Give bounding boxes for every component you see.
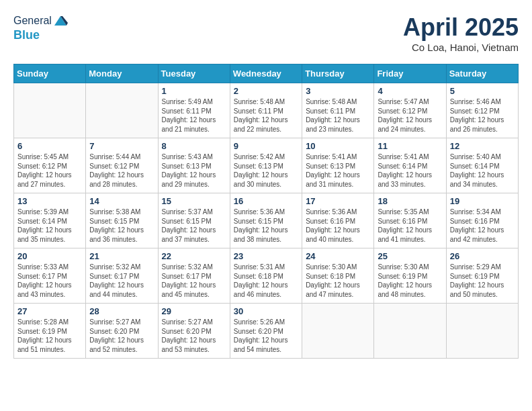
- calendar-day-cell: 9Sunrise: 5:42 AM Sunset: 6:13 PM Daylig…: [230, 138, 302, 193]
- calendar-day-cell: [86, 83, 158, 138]
- calendar-day-cell: 1Sunrise: 5:49 AM Sunset: 6:11 PM Daylig…: [158, 83, 230, 138]
- day-info: Sunrise: 5:26 AM Sunset: 6:20 PM Dayligh…: [234, 318, 298, 354]
- day-number: 25: [378, 251, 442, 261]
- day-of-week-header: Monday: [86, 64, 158, 83]
- day-info: Sunrise: 5:27 AM Sunset: 6:20 PM Dayligh…: [89, 318, 154, 354]
- day-number: 27: [17, 306, 82, 316]
- calendar-day-cell: 29Sunrise: 5:27 AM Sunset: 6:20 PM Dayli…: [158, 304, 230, 359]
- calendar-day-cell: [374, 304, 446, 359]
- day-number: 16: [234, 196, 298, 206]
- day-info: Sunrise: 5:41 AM Sunset: 6:14 PM Dayligh…: [378, 152, 442, 189]
- calendar-day-cell: 30Sunrise: 5:26 AM Sunset: 6:20 PM Dayli…: [230, 304, 302, 359]
- calendar-day-cell: 14Sunrise: 5:38 AM Sunset: 6:15 PM Dayli…: [86, 193, 158, 248]
- calendar-week-row: 6Sunrise: 5:45 AM Sunset: 6:12 PM Daylig…: [14, 138, 519, 193]
- calendar-week-row: 13Sunrise: 5:39 AM Sunset: 6:14 PM Dayli…: [14, 193, 519, 248]
- calendar-day-cell: 24Sunrise: 5:30 AM Sunset: 6:18 PM Dayli…: [302, 248, 374, 304]
- day-number: 23: [234, 251, 298, 261]
- calendar-table: SundayMondayTuesdayWednesdayThursdayFrid…: [13, 64, 519, 359]
- calendar-day-cell: 12Sunrise: 5:40 AM Sunset: 6:14 PM Dayli…: [446, 138, 518, 193]
- calendar-day-cell: 19Sunrise: 5:34 AM Sunset: 6:16 PM Dayli…: [446, 193, 518, 248]
- day-of-week-header: Friday: [374, 64, 446, 83]
- day-info: Sunrise: 5:48 AM Sunset: 6:11 PM Dayligh…: [234, 97, 298, 134]
- calendar-day-cell: 22Sunrise: 5:32 AM Sunset: 6:17 PM Dayli…: [158, 248, 230, 304]
- calendar-day-cell: 3Sunrise: 5:48 AM Sunset: 6:11 PM Daylig…: [302, 83, 374, 138]
- calendar-day-cell: 18Sunrise: 5:35 AM Sunset: 6:16 PM Dayli…: [374, 193, 446, 248]
- calendar-day-cell: 4Sunrise: 5:47 AM Sunset: 6:12 PM Daylig…: [374, 83, 446, 138]
- day-info: Sunrise: 5:43 AM Sunset: 6:13 PM Dayligh…: [162, 152, 226, 189]
- day-of-week-header: Tuesday: [158, 64, 230, 83]
- day-number: 26: [450, 251, 515, 261]
- logo: General Blue: [13, 13, 68, 42]
- day-info: Sunrise: 5:42 AM Sunset: 6:13 PM Dayligh…: [234, 152, 298, 189]
- calendar-day-cell: 20Sunrise: 5:33 AM Sunset: 6:17 PM Dayli…: [14, 248, 86, 304]
- calendar-day-cell: [14, 83, 86, 138]
- calendar-day-cell: 11Sunrise: 5:41 AM Sunset: 6:14 PM Dayli…: [374, 138, 446, 193]
- day-info: Sunrise: 5:36 AM Sunset: 6:16 PM Dayligh…: [306, 208, 370, 244]
- day-number: 5: [450, 86, 515, 96]
- calendar-day-cell: 8Sunrise: 5:43 AM Sunset: 6:13 PM Daylig…: [158, 138, 230, 193]
- day-of-week-header: Saturday: [446, 64, 518, 83]
- day-number: 2: [234, 86, 298, 96]
- day-number: 12: [450, 141, 515, 151]
- calendar-day-cell: 28Sunrise: 5:27 AM Sunset: 6:20 PM Dayli…: [86, 304, 158, 359]
- day-number: 6: [17, 141, 82, 151]
- calendar-day-cell: 15Sunrise: 5:37 AM Sunset: 6:15 PM Dayli…: [158, 193, 230, 248]
- calendar-day-cell: [302, 304, 374, 359]
- day-number: 17: [306, 196, 370, 206]
- logo-blue-text: Blue: [13, 28, 68, 42]
- day-number: 20: [17, 251, 82, 261]
- day-number: 22: [162, 251, 226, 261]
- day-info: Sunrise: 5:38 AM Sunset: 6:15 PM Dayligh…: [89, 208, 154, 244]
- calendar-day-cell: 10Sunrise: 5:41 AM Sunset: 6:13 PM Dayli…: [302, 138, 374, 193]
- day-number: 4: [378, 86, 442, 96]
- day-info: Sunrise: 5:41 AM Sunset: 6:13 PM Dayligh…: [306, 152, 370, 189]
- day-of-week-header: Thursday: [302, 64, 374, 83]
- day-number: 29: [162, 306, 226, 316]
- day-info: Sunrise: 5:34 AM Sunset: 6:16 PM Dayligh…: [450, 208, 515, 244]
- calendar-day-cell: [446, 304, 518, 359]
- day-info: Sunrise: 5:32 AM Sunset: 6:17 PM Dayligh…: [162, 263, 226, 299]
- calendar-day-cell: 27Sunrise: 5:28 AM Sunset: 6:19 PM Dayli…: [14, 304, 86, 359]
- day-info: Sunrise: 5:31 AM Sunset: 6:18 PM Dayligh…: [234, 263, 298, 299]
- calendar-day-cell: 6Sunrise: 5:45 AM Sunset: 6:12 PM Daylig…: [14, 138, 86, 193]
- day-number: 7: [89, 141, 154, 151]
- title-block: April 2025 Co Loa, Hanoi, Vietnam: [403, 13, 519, 53]
- day-number: 3: [306, 86, 370, 96]
- day-info: Sunrise: 5:29 AM Sunset: 6:19 PM Dayligh…: [450, 263, 515, 299]
- day-of-week-header: Wednesday: [230, 64, 302, 83]
- month-title: April 2025: [403, 13, 519, 42]
- day-info: Sunrise: 5:28 AM Sunset: 6:19 PM Dayligh…: [17, 318, 82, 354]
- day-number: 24: [306, 251, 370, 261]
- calendar-day-cell: 26Sunrise: 5:29 AM Sunset: 6:19 PM Dayli…: [446, 248, 518, 304]
- day-number: 19: [450, 196, 515, 206]
- day-info: Sunrise: 5:36 AM Sunset: 6:15 PM Dayligh…: [234, 208, 298, 244]
- day-info: Sunrise: 5:46 AM Sunset: 6:12 PM Dayligh…: [450, 97, 515, 134]
- calendar-day-cell: 23Sunrise: 5:31 AM Sunset: 6:18 PM Dayli…: [230, 248, 302, 304]
- day-number: 13: [17, 196, 82, 206]
- day-number: 14: [89, 196, 154, 206]
- calendar-header-row: SundayMondayTuesdayWednesdayThursdayFrid…: [14, 64, 519, 83]
- calendar-day-cell: 25Sunrise: 5:30 AM Sunset: 6:19 PM Dayli…: [374, 248, 446, 304]
- calendar-week-row: 1Sunrise: 5:49 AM Sunset: 6:11 PM Daylig…: [14, 83, 519, 138]
- calendar-day-cell: 2Sunrise: 5:48 AM Sunset: 6:11 PM Daylig…: [230, 83, 302, 138]
- day-number: 18: [378, 196, 442, 206]
- day-number: 15: [162, 196, 226, 206]
- calendar-day-cell: 5Sunrise: 5:46 AM Sunset: 6:12 PM Daylig…: [446, 83, 518, 138]
- day-info: Sunrise: 5:27 AM Sunset: 6:20 PM Dayligh…: [162, 318, 226, 354]
- day-number: 8: [162, 141, 226, 151]
- day-info: Sunrise: 5:40 AM Sunset: 6:14 PM Dayligh…: [450, 152, 515, 189]
- day-number: 1: [162, 86, 226, 96]
- day-info: Sunrise: 5:33 AM Sunset: 6:17 PM Dayligh…: [17, 263, 82, 299]
- calendar-week-row: 27Sunrise: 5:28 AM Sunset: 6:19 PM Dayli…: [14, 304, 519, 359]
- logo-general-text: General: [13, 15, 52, 27]
- calendar-day-cell: 17Sunrise: 5:36 AM Sunset: 6:16 PM Dayli…: [302, 193, 374, 248]
- day-info: Sunrise: 5:30 AM Sunset: 6:19 PM Dayligh…: [378, 263, 442, 299]
- calendar-day-cell: 13Sunrise: 5:39 AM Sunset: 6:14 PM Dayli…: [14, 193, 86, 248]
- day-info: Sunrise: 5:32 AM Sunset: 6:17 PM Dayligh…: [89, 263, 154, 299]
- day-info: Sunrise: 5:39 AM Sunset: 6:14 PM Dayligh…: [17, 208, 82, 244]
- day-number: 11: [378, 141, 442, 151]
- calendar-day-cell: 7Sunrise: 5:44 AM Sunset: 6:12 PM Daylig…: [86, 138, 158, 193]
- page-header: General Blue April 2025 Co Loa, Hanoi, V…: [13, 13, 519, 53]
- day-of-week-header: Sunday: [14, 64, 86, 83]
- day-number: 28: [89, 306, 154, 316]
